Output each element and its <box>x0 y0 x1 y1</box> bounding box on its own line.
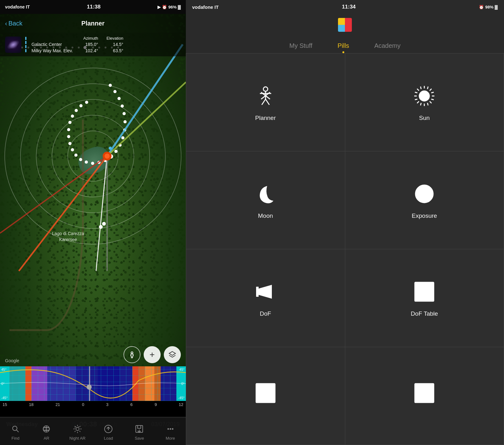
moon-label: Moon <box>258 212 273 219</box>
pill-moon[interactable]: Moon <box>186 151 345 249</box>
plus-icon: + <box>150 350 155 360</box>
dof-label: DoF <box>260 310 271 317</box>
svg-marker-116 <box>259 285 272 299</box>
azimuth-header: Azimuth <box>83 36 98 41</box>
info-overlay: x Galactic Center Milky Way Max. Elev. A… <box>0 33 186 56</box>
map-area[interactable]: Google Lago di CarezzaKarersee <box>0 14 186 366</box>
row2-az: 102.4° <box>85 48 98 53</box>
timeline-marker <box>89 366 90 401</box>
tab-save[interactable]: Save <box>124 422 155 441</box>
svg-line-76 <box>78 426 79 427</box>
svg-line-99 <box>421 87 421 89</box>
svg-rect-117 <box>415 282 434 301</box>
svg-line-101 <box>415 92 417 93</box>
tl-label-18: 18 <box>29 402 33 407</box>
carrier-right: vodafone IT <box>192 4 219 10</box>
map-path <box>9 120 84 331</box>
person-button[interactable] <box>123 346 140 363</box>
planner-label: Planner <box>255 115 276 121</box>
google-label: Google <box>5 358 19 363</box>
pill-exposure[interactable]: Exposure <box>345 151 504 249</box>
find-icon <box>11 425 20 435</box>
elevation-header: Elevation <box>106 36 123 41</box>
more-label: More <box>166 436 175 441</box>
dof-table-label: DoF Table <box>411 310 438 317</box>
logo-right-half <box>345 18 352 32</box>
pill-planner[interactable]: Planner <box>186 54 345 151</box>
info-col-labels: x Galactic Center Milky Way Max. Elev. <box>32 36 73 53</box>
ar-icon <box>42 425 51 435</box>
pill-dof[interactable]: DoF <box>186 249 345 347</box>
timeline-marker-dot <box>87 385 92 390</box>
svg-point-82 <box>172 428 173 430</box>
tab-find[interactable]: Find <box>0 422 31 441</box>
alarm-icon-right: ⏰ <box>479 5 484 9</box>
alarm-icon: ⏰ <box>162 5 167 9</box>
tl-label-21: 21 <box>55 402 60 407</box>
find-label: Find <box>12 436 20 441</box>
tab-more[interactable]: More <box>155 422 186 441</box>
resize-icon <box>412 380 437 407</box>
svg-line-104 <box>431 99 434 100</box>
sun-icon <box>412 83 437 110</box>
timeline-x-labels: 15 18 21 0 3 6 9 12 <box>0 401 186 408</box>
time-right: 11:34 <box>342 4 356 10</box>
row1-az: 185.0° <box>85 42 98 47</box>
more-icon <box>166 425 175 435</box>
ar-label: AR <box>43 436 49 441</box>
pill-grid[interactable] <box>186 347 345 445</box>
timeline-canvas: 45° 0° -45° 45° 0° -45° <box>0 366 186 401</box>
add-button[interactable]: + <box>144 346 161 363</box>
save-icon <box>135 425 144 435</box>
load-icon <box>104 425 113 435</box>
svg-line-105 <box>421 103 421 105</box>
side-bars <box>25 37 26 52</box>
battery-icon-right: ▓ <box>495 5 498 9</box>
galactic-center-label: Galactic Center <box>32 42 73 47</box>
status-bar-right: vodafone IT 11:34 ⏰ 98% ▓ <box>186 0 504 14</box>
logo-area <box>186 14 504 36</box>
exposure-label: Exposure <box>412 212 437 219</box>
svg-line-103 <box>431 92 434 93</box>
tab-my-stuff[interactable]: My Stuff <box>277 42 325 53</box>
info-lines: x Galactic Center Milky Way Max. Elev. A… <box>32 36 181 53</box>
pill-resize[interactable] <box>345 347 504 445</box>
moon-icon <box>253 181 278 207</box>
grid-icon <box>253 380 278 407</box>
app-logo <box>338 18 352 32</box>
tl-label-6: 6 <box>130 402 133 407</box>
svg-line-74 <box>76 426 76 427</box>
milky-way-label: Milky Way Max. Elev. <box>32 48 73 53</box>
sun-label: Sun <box>419 115 430 121</box>
tab-academy[interactable]: Academy <box>362 42 413 53</box>
battery-area-left: ▶ ⏰ 96% ▓ <box>158 5 181 9</box>
tab-pills[interactable]: Pills <box>325 42 362 53</box>
right-panel: vodafone IT 11:34 ⏰ 98% ▓ My Stuff Pills… <box>186 0 504 445</box>
battery-pct-left: 96% <box>168 5 176 9</box>
row1-el: 14.5° <box>113 42 123 47</box>
back-button[interactable]: ‹ Back <box>5 20 22 27</box>
tl-label-15: 15 <box>3 402 7 407</box>
pill-sun[interactable]: Sun <box>345 54 504 151</box>
tab-bar-left: Find AR <box>0 417 186 445</box>
svg-point-58 <box>131 352 133 354</box>
tab-ar[interactable]: AR <box>31 422 62 441</box>
night-ar-icon <box>73 425 82 435</box>
timeline-area[interactable]: 45° 0° -45° 45° 0° -45° 15 18 21 0 3 6 <box>0 366 186 417</box>
layers-button[interactable] <box>164 346 181 363</box>
row2-el: 63.5° <box>113 48 123 53</box>
map-background: Google Lago di CarezzaKarersee <box>0 14 186 366</box>
left-panel: vodafone IT 11:38 ▶ ⏰ 96% ▓ ‹ Back Plann… <box>0 0 186 445</box>
pill-dof-table[interactable]: DoF Table <box>345 249 504 347</box>
svg-point-73 <box>76 427 79 431</box>
tab-load[interactable]: Load <box>93 422 124 441</box>
tl-label-12: 12 <box>179 402 183 407</box>
svg-point-80 <box>167 428 169 430</box>
tab-night-ar[interactable]: Night AR <box>62 422 93 441</box>
pills-grid: Planner <box>186 54 504 445</box>
exposure-icon <box>412 181 437 207</box>
battery-pct-right: 98% <box>485 5 493 9</box>
info-azimuth-col: Azimuth 185.0° 102.4° <box>79 36 98 53</box>
svg-marker-59 <box>169 352 175 355</box>
svg-line-95 <box>417 89 419 91</box>
